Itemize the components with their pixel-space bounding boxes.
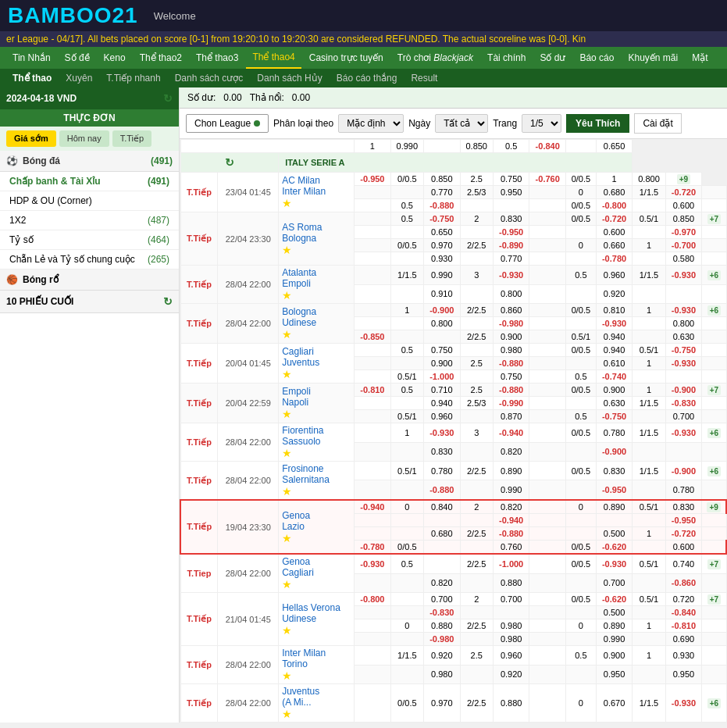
nav-sub-the-thao[interactable]: Thể thao (6, 69, 58, 87)
team1-name[interactable]: Cagliari (282, 346, 351, 357)
team2-name[interactable]: (A Mi... (282, 697, 351, 708)
ball-icon: ⚽ (6, 155, 18, 166)
team2-name[interactable]: Inter Milan (282, 186, 351, 197)
team2-name[interactable]: Empoli (282, 278, 351, 289)
refresh-icon[interactable]: ↻ (163, 92, 173, 105)
favorite-button[interactable]: ★ (282, 328, 292, 341)
favorite-button[interactable]: ★ (282, 578, 292, 591)
so-du-value: 0.00 (223, 92, 241, 103)
refresh-phieu-icon[interactable]: ↻ (163, 295, 173, 308)
favorite-button[interactable]: ★ (282, 244, 292, 256)
tab-ttiep[interactable]: T.Tiếp (112, 130, 151, 147)
sidebar-10phieu[interactable]: 10 PHIẾU CUỐI ↻ (0, 291, 179, 313)
team2-name[interactable]: Juventus (282, 357, 351, 368)
nav-the-thao2[interactable]: Thể thao2 (134, 48, 188, 68)
sidebar-item-1x2[interactable]: 1X2 (487) (0, 211, 179, 230)
team1-name[interactable]: Hellas Verona (282, 602, 351, 613)
sidebar-bong-da[interactable]: ⚽ Bóng đá (491) (0, 151, 179, 172)
match-time: 28/04 22:00 (218, 266, 279, 304)
team2-name[interactable]: Salernitana (282, 474, 351, 485)
team1-name[interactable]: Frosinone (282, 463, 351, 474)
favorite-button[interactable]: ★ (282, 408, 292, 420)
nav-the-thao4[interactable]: Thể thao4 (246, 47, 301, 69)
nav-the-thao3[interactable]: Thể thao3 (190, 48, 244, 68)
favorite-button[interactable]: ★ (282, 197, 292, 209)
team2-name[interactable]: Torino (282, 658, 351, 669)
nav-keno[interactable]: Keno (98, 48, 132, 68)
nav-sub-bao-cao-thang[interactable]: Báo cáo thắng (330, 69, 404, 87)
team1-name[interactable]: Inter Milan (282, 648, 351, 658)
match-status[interactable]: T.Tiếp (180, 684, 218, 723)
sidebar-bong-ro[interactable]: 🏀 Bóng rổ (0, 269, 179, 291)
nav-sub-result[interactable]: Result (404, 69, 444, 87)
sidebar-item-chap-banh[interactable]: Chấp banh & Tài Xỉu (491) (0, 172, 179, 191)
match-teams: Empoli Napoli ★ (279, 384, 355, 423)
team1-name[interactable]: AC Milan (282, 175, 351, 186)
team1-name[interactable]: Atalanta (282, 267, 351, 278)
favorite-button[interactable]: ★ (282, 532, 292, 544)
nav-casino[interactable]: Casino trực tuyến (303, 48, 390, 68)
trang-select[interactable]: 1/5 (522, 114, 561, 133)
nav-sub-ttiep-nhanh[interactable]: T.Tiếp nhanh (100, 69, 166, 87)
team1-name[interactable]: Genoa (282, 510, 351, 521)
nav-tro-choi[interactable]: Trò chơi Blackjack (391, 48, 479, 68)
favorite-button[interactable]: ★ (282, 708, 292, 720)
team2-name[interactable]: Sassuolo (282, 436, 351, 447)
favorite-button[interactable]: ★ (282, 669, 292, 682)
match-time: 19/04 23:30 (218, 500, 279, 554)
match-status[interactable]: T.Tiếp (180, 212, 218, 266)
nav-sub-danh-sach-huy[interactable]: Danh sách Hủy (251, 69, 328, 87)
team1-name[interactable]: Juventus (282, 686, 351, 697)
match-status[interactable]: T.Tiếp (180, 384, 218, 423)
sidebar-item-chan-le[interactable]: Chẵn Lẻ và Tỷ số chung cuộc (265) (0, 250, 179, 269)
nav-tin-nhan[interactable]: Tin Nhắn (6, 48, 57, 68)
favorite-button[interactable]: ★ (282, 368, 292, 380)
nav-so-du[interactable]: Số dư (533, 48, 572, 68)
match-status[interactable]: T.Tiếp (180, 646, 218, 684)
nav-sub-xuyen[interactable]: Xuyên (59, 69, 98, 87)
match-status[interactable]: T.Tiếp (180, 462, 218, 501)
match-status[interactable]: T.Tiếp (180, 266, 218, 304)
nav-bao-cao[interactable]: Báo cáo (573, 48, 620, 68)
nav-sub-danh-sach-cuoc[interactable]: Danh sách cược (169, 69, 250, 87)
favorite-button[interactable]: ★ (282, 624, 292, 637)
match-status[interactable]: T.Tiếp (180, 304, 218, 344)
ngay-select[interactable]: Tất cả (435, 114, 488, 133)
match-status[interactable]: T.Tiếp (180, 500, 218, 554)
chon-league-button[interactable]: Chon League (186, 114, 269, 133)
team2-name[interactable]: Napoli (282, 397, 351, 408)
cai-dat-button[interactable]: Cài đặt (634, 113, 681, 134)
team2-name[interactable]: Udinese (282, 613, 351, 624)
tab-gia-som[interactable]: Giá sớm (6, 130, 56, 147)
phan-loai-select[interactable]: Mặc định (338, 114, 404, 133)
nav-so-de[interactable]: Số đề (59, 48, 96, 68)
trang-label: Trang (493, 118, 517, 129)
favorite-button[interactable]: ★ (282, 485, 292, 498)
team2-name[interactable]: Cagliari (282, 567, 351, 578)
nav-mat[interactable]: Mặt (686, 48, 714, 68)
yeu-thich-button[interactable]: Yêu Thích (566, 114, 629, 133)
favorite-button[interactable]: ★ (282, 289, 292, 302)
sidebar-item-hdp[interactable]: HDP & OU (Corner) (0, 191, 179, 211)
match-status[interactable]: T.Tiếp (180, 423, 218, 462)
league-refresh-icon[interactable]: ↻ (225, 156, 234, 169)
nav-tai-chinh[interactable]: Tài chính (481, 48, 532, 68)
team1-name[interactable]: Bologna (282, 306, 351, 317)
match-status[interactable]: T.Tiếp (180, 173, 218, 212)
team1-name[interactable]: AS Roma (282, 222, 351, 233)
sidebar-item-ty-so[interactable]: Tỷ số (464) (0, 230, 179, 250)
team1-name[interactable]: Empoli (282, 386, 351, 397)
match-time: 28/04 22:00 (218, 304, 279, 344)
match-status[interactable]: T.Tiếp (180, 593, 218, 646)
team2-name[interactable]: Lazio (282, 521, 351, 532)
nav-khuyen-mai[interactable]: Khuyến mãi (622, 48, 684, 68)
tab-hom-nay[interactable]: Hôm nay (59, 130, 109, 147)
team1-name[interactable]: Genoa (282, 556, 351, 567)
team1-name[interactable]: Fiorentina (282, 425, 351, 436)
match-status[interactable]: T.Tiep (180, 554, 218, 593)
sidebar-tabs: Giá sớm Hôm nay T.Tiếp (0, 127, 179, 151)
team2-name[interactable]: Udinese (282, 317, 351, 328)
favorite-button[interactable]: ★ (282, 447, 292, 459)
team2-name[interactable]: Bologna (282, 233, 351, 244)
match-status[interactable]: T.Tiếp (180, 344, 218, 384)
